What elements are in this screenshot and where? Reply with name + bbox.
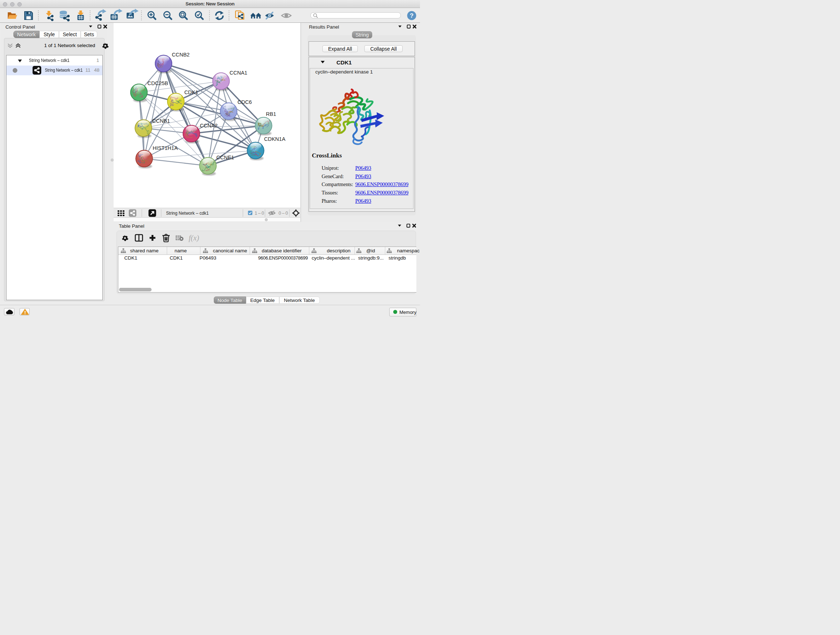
svg-text:CCNB1: CCNB1 — [152, 118, 170, 124]
svg-text:CDC6: CDC6 — [238, 99, 252, 105]
svg-text:CCNB2: CCNB2 — [172, 52, 189, 57]
svg-text:CDK1: CDK1 — [184, 89, 198, 95]
svg-text:String Network – cdk1: String Network – cdk1 — [166, 211, 209, 216]
svg-text:CDKN1A: CDKN1A — [264, 136, 286, 142]
svg-text:f(x): f(x) — [188, 233, 199, 242]
svg-text:CDC25B: CDC25B — [148, 80, 168, 86]
svg-text:1 – 0: 1 – 0 — [255, 211, 264, 216]
svg-text:RB1: RB1 — [266, 111, 276, 117]
svg-text:CCNA1: CCNA1 — [230, 70, 248, 76]
svg-text:HIST1H1A: HIST1H1A — [153, 145, 178, 151]
svg-text:?: ? — [410, 12, 414, 19]
svg-text:CCNA2: CCNA2 — [200, 123, 218, 128]
svg-text:0 – 0: 0 – 0 — [279, 211, 288, 216]
svg-text:CCNE1: CCNE1 — [216, 155, 234, 160]
